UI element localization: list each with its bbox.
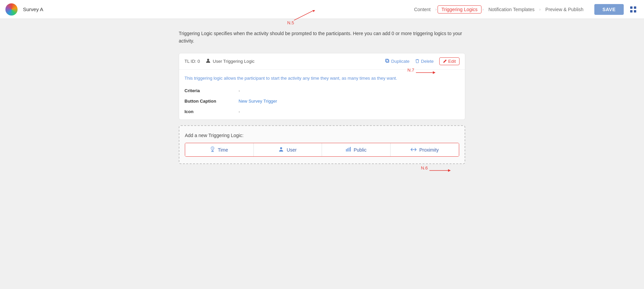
- proximity-icon: [411, 147, 417, 153]
- add-tl-title: Add a new Triggering Logic:: [185, 133, 459, 138]
- svg-point-8: [280, 147, 282, 149]
- button-caption-label: Button Caption: [184, 99, 239, 104]
- delete-button[interactable]: Delete: [415, 59, 434, 64]
- criteria-value: -: [239, 88, 240, 93]
- button-caption-value: New Survey Trigger: [239, 99, 277, 104]
- icon-value: -: [239, 109, 240, 114]
- nav-step-preview[interactable]: Preview & Publish: [541, 5, 588, 14]
- edit-button[interactable]: Edit: [439, 57, 460, 65]
- svg-rect-12: [350, 147, 351, 152]
- svg-rect-3: [634, 10, 636, 12]
- user-type-icon: [205, 58, 211, 64]
- nav-step-content[interactable]: Content: [410, 5, 435, 14]
- option-user[interactable]: User: [254, 143, 322, 156]
- user-option-icon: [278, 147, 284, 153]
- svg-rect-10: [347, 148, 348, 152]
- survey-title: Survey A: [23, 6, 43, 12]
- main-content: Triggering Logic specifies when the acti…: [173, 19, 471, 175]
- tl-card-header: TL ID: 0 User Triggering Logic Duplicate: [179, 53, 465, 70]
- tl-type-label: User Triggering Logic: [205, 58, 255, 64]
- user-label: User: [287, 147, 297, 153]
- triggering-logic-card: TL ID: 0 User Triggering Logic Duplicate: [179, 53, 465, 120]
- nav-arrow-3: ›: [539, 7, 541, 12]
- tl-type-text: User Triggering Logic: [213, 59, 255, 64]
- tl-card-body: This triggering logic allows the partici…: [179, 70, 465, 120]
- svg-rect-0: [630, 6, 633, 9]
- grid-icon[interactable]: [628, 4, 639, 15]
- option-public[interactable]: Public: [322, 143, 391, 156]
- save-button[interactable]: SAVE: [594, 4, 624, 15]
- proximity-label: Proximity: [419, 147, 439, 153]
- content-wrapper: Triggering Logic specifies when the acti…: [179, 30, 465, 164]
- tl-field-icon: Icon -: [184, 109, 460, 114]
- nav-step-triggering[interactable]: Triggering Logics: [438, 5, 482, 14]
- duplicate-button[interactable]: Duplicate: [385, 59, 410, 64]
- public-icon: [346, 147, 351, 153]
- svg-rect-11: [349, 148, 349, 152]
- option-time[interactable]: Time: [185, 143, 254, 156]
- tl-body-description: This triggering logic allows the partici…: [184, 75, 460, 82]
- tl-id-badge: TL ID: 0: [184, 59, 200, 64]
- svg-rect-7: [386, 59, 388, 62]
- tl-fields: Criteria - Button Caption New Survey Tri…: [184, 88, 460, 114]
- tl-actions: Duplicate Delete Edit: [385, 57, 460, 65]
- description-text: Triggering Logic specifies when the acti…: [179, 30, 465, 45]
- icon-label: Icon: [184, 109, 239, 114]
- nav-step-notifications[interactable]: Notification Templates: [484, 5, 539, 14]
- svg-rect-1: [634, 6, 636, 9]
- add-tl-section: Add a new Triggering Logic: Time: [179, 125, 465, 164]
- option-proximity[interactable]: Proximity: [391, 143, 459, 156]
- duplicate-label: Duplicate: [391, 59, 410, 64]
- criteria-label: Criteria: [184, 88, 239, 93]
- app-logo: [5, 3, 18, 16]
- svg-rect-9: [346, 149, 347, 152]
- svg-rect-2: [630, 10, 633, 12]
- edit-label: Edit: [448, 59, 456, 64]
- time-icon: [210, 147, 215, 153]
- nav-steps: Content › Triggering Logics › Notificati…: [410, 5, 587, 14]
- add-tl-options: Time User: [185, 143, 459, 157]
- topbar: Survey A Content › Triggering Logics › N…: [0, 0, 644, 19]
- svg-point-5: [207, 59, 209, 61]
- nav-arrow-1: ›: [436, 7, 437, 12]
- time-label: Time: [218, 147, 228, 153]
- public-label: Public: [354, 147, 367, 153]
- tl-field-criteria: Criteria -: [184, 88, 460, 93]
- tl-field-button-caption: Button Caption New Survey Trigger: [184, 99, 460, 104]
- svg-rect-6: [386, 60, 389, 62]
- delete-label: Delete: [421, 59, 434, 64]
- nav-arrow-2: ›: [482, 7, 484, 12]
